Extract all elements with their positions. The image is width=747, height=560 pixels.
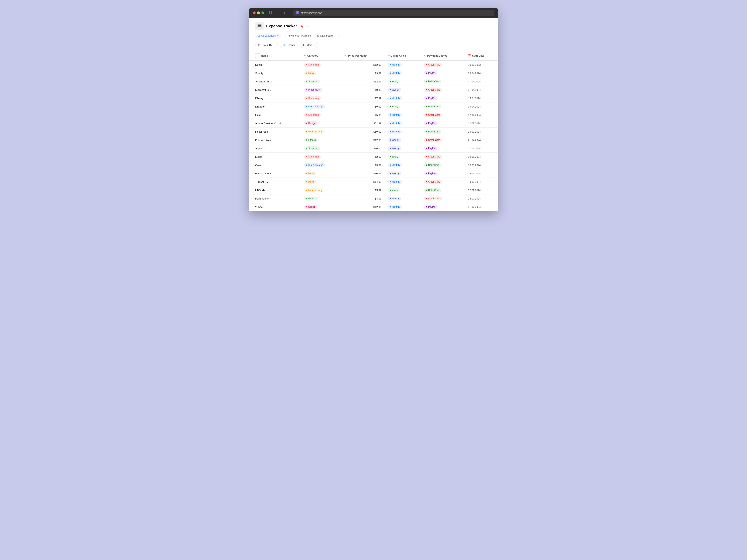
cell-category: Design <box>301 119 342 128</box>
category-badge: Cloud Storage <box>304 105 325 108</box>
category-badge: Music <box>304 180 316 184</box>
cell-billing: Yearly <box>385 103 421 111</box>
back-button[interactable]: ‹ <box>277 10 281 16</box>
table-row: Disney+ Streaming $7,99 Monthly PayPal 1… <box>249 94 498 103</box>
badge-dot <box>306 81 307 82</box>
cell-price: $16,00 <box>341 144 384 153</box>
close-button[interactable] <box>253 11 256 14</box>
cell-name: Peloton Digital <box>249 136 301 144</box>
payment-badge: Credit Card <box>424 196 442 201</box>
badge-dot <box>390 64 391 65</box>
category-badge: Fitness <box>304 138 318 142</box>
cell-billing: Weekly <box>385 169 421 178</box>
badge-dot <box>426 123 427 124</box>
filters-button[interactable]: ⧗ Filters + <box>300 42 318 48</box>
cell-price: $12,99 <box>341 77 384 86</box>
cell-start: 09.04.2024 <box>465 103 498 111</box>
add-tab-button[interactable]: + <box>336 33 341 39</box>
group-by-button[interactable]: ⊞ Group By + <box>255 42 278 48</box>
payment-badge: Credit Card <box>424 88 442 92</box>
cell-price: $12,99 <box>341 136 384 144</box>
badge-dot <box>390 139 391 140</box>
billing-badge: Monthly <box>388 121 402 125</box>
cell-payment: Debit Card <box>421 103 465 111</box>
filters-label: Filters <box>306 44 312 47</box>
badge-dot <box>426 198 427 199</box>
cell-start: 16.06.2024 <box>465 169 498 178</box>
title-actions: 🔖 ⛶ <box>300 25 308 28</box>
address-bar[interactable]: D https://docyrus.app <box>293 10 494 16</box>
table-row: Hulu Streaming $5,99 Monthly Credit Card… <box>249 111 498 119</box>
badge-dot <box>426 98 427 99</box>
cell-billing: Weekly <box>385 86 421 94</box>
forward-button[interactable]: › <box>283 10 286 16</box>
badge-dot <box>306 181 307 182</box>
cell-category: Streaming <box>301 153 342 161</box>
col-name: Name <box>249 51 301 60</box>
cell-category: Streaming <box>301 111 342 119</box>
bookmark-button[interactable]: 🔖 <box>300 25 304 28</box>
category-badge: Meal Delivery <box>304 130 325 134</box>
sidebar-toggle-button[interactable] <box>267 10 272 16</box>
badge-dot <box>306 206 307 208</box>
browser-window: ‹ › D https://docyrus.app <box>249 8 498 211</box>
cell-payment: PayPal <box>421 94 465 103</box>
cell-name: Gain <box>249 161 301 169</box>
tab-label: All Expenses <box>261 34 276 37</box>
cell-name: Exxen <box>249 153 301 161</box>
cell-category: Music <box>301 69 342 77</box>
payment-badge: Credit Card <box>424 113 442 117</box>
cell-price: $5,99 <box>341 111 384 119</box>
cell-payment: PayPal <box>421 69 465 77</box>
search-button[interactable]: 🔍 Search <box>280 42 298 48</box>
badge-dot <box>390 164 391 166</box>
table-row: Spotify Music $9,99 Monthly PayPal 08.04… <box>249 69 498 77</box>
cell-name: Spotify <box>249 69 301 77</box>
tab-dashboard[interactable]: ⊞ Dashboard <box>314 33 336 39</box>
category-badge: Music <box>304 171 316 176</box>
badge-dot <box>306 198 307 199</box>
cell-price: $4,99 <box>341 194 384 203</box>
table-row: Dropbox Cloud Storage $9,99 Yearly Debit… <box>249 103 498 111</box>
cell-payment: Credit Card <box>421 194 465 203</box>
billing-badge: Monthly <box>388 130 402 134</box>
maximize-button[interactable] <box>261 11 264 14</box>
cell-start: 10.05.2023 <box>465 60 498 69</box>
billing-badge: Weekly <box>388 171 401 176</box>
calendar-icon: 📅 <box>468 54 471 57</box>
badge-dot <box>426 173 427 174</box>
billing-badge: Weekly <box>388 88 401 92</box>
billing-badge: Weekly <box>388 146 401 150</box>
cell-price: $10,99 <box>341 169 384 178</box>
badge-dot <box>306 106 307 107</box>
cell-billing: Yearly <box>385 153 421 161</box>
plus-icon: + <box>314 44 315 47</box>
badge-dot <box>390 73 391 74</box>
badge-dot <box>390 98 391 99</box>
cell-start: 21.04.2024 <box>465 136 498 144</box>
expand-button[interactable]: ⛶ <box>305 25 308 28</box>
cell-start: 07.07.2024 <box>465 186 498 194</box>
badge-dot <box>390 198 391 199</box>
cell-category: Music <box>301 169 342 178</box>
badge-dot <box>306 139 307 140</box>
table-row: Vimeo Design $12,99 Monthly PayPal 01.07… <box>249 203 498 211</box>
cell-payment: PayPal <box>421 203 465 211</box>
cell-start: 16.06.2024 <box>465 161 498 169</box>
toolbar: ⊞ Group By + 🔍 Search ⧗ Filters + <box>249 39 498 51</box>
badge-dot <box>426 181 427 182</box>
group-by-icon: ⊞ <box>258 44 260 47</box>
list-icon: ≡ <box>285 34 286 37</box>
header-checkbox[interactable] <box>255 53 260 58</box>
cell-billing: Monthly <box>385 178 421 186</box>
tab-all-expenses[interactable]: ⊞ All Expenses ▾ <box>255 33 281 39</box>
expenses-table: Name ⊙ Category 🏷 Price <box>249 51 498 211</box>
cell-category: Shopping <box>301 144 342 153</box>
tab-timeline[interactable]: ≡ Timeline for Payment <box>282 33 314 39</box>
col-billing: ⊙ Billing Cycle <box>385 51 421 60</box>
payment-badge: Debit Card <box>424 163 441 167</box>
minimize-button[interactable] <box>257 11 260 14</box>
badge-dot <box>426 81 427 82</box>
table-row: Peloton Digital Fitness $12,99 Weekly Cr… <box>249 136 498 144</box>
badge-dot <box>306 156 307 157</box>
